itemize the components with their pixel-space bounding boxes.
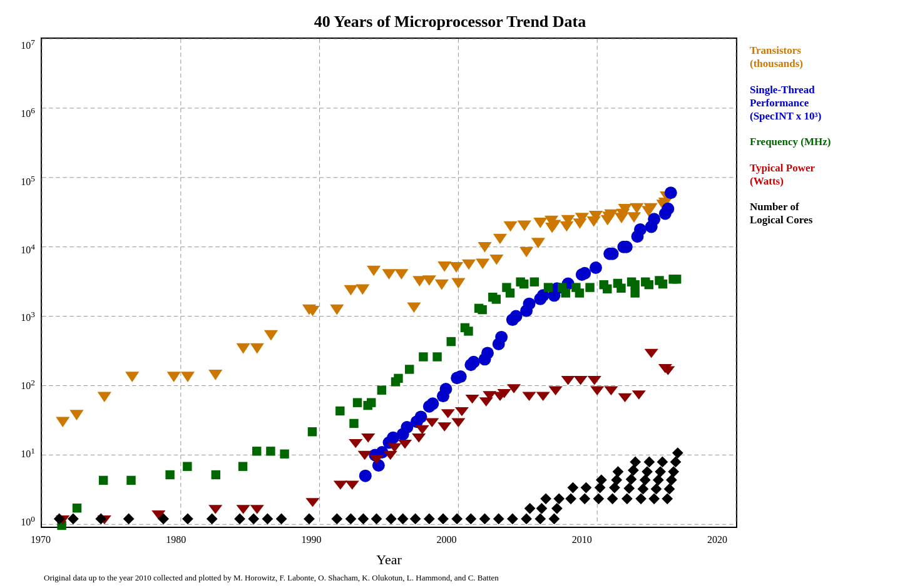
legend-transistors: Transistors(thousands): [750, 44, 894, 71]
power-point: [334, 480, 347, 489]
cores-point: [596, 474, 607, 485]
plot-svg: [42, 39, 736, 524]
power-point: [237, 505, 250, 514]
perf-point: [481, 347, 494, 359]
cores-point: [664, 484, 675, 495]
power-point: [455, 407, 469, 416]
power-point: [437, 422, 451, 431]
freq-point: [419, 352, 427, 361]
power-point: [305, 498, 319, 507]
transistor-point: [519, 247, 533, 258]
transistor-point: [476, 259, 489, 270]
chart-title: 40 Years of Microprocessor Trend Data: [314, 13, 586, 31]
cores-point: [549, 514, 560, 525]
legend-performance-label: Single-ThreadPerformance(SpecINT x 10³): [750, 83, 894, 123]
power-point: [416, 425, 429, 434]
cores-point: [410, 514, 421, 525]
freq-point: [544, 283, 553, 291]
transistor-point: [250, 343, 264, 354]
power-point: [604, 387, 618, 395]
freq-point: [616, 283, 625, 292]
plot-container: [41, 38, 737, 528]
plot-wrapper: 107 106 105 104 103 102 101 100 1970: [41, 38, 737, 528]
power-point: [208, 505, 222, 514]
power-point: [549, 387, 563, 395]
x-tick-2010: 2010: [572, 534, 592, 545]
cores-point: [672, 447, 683, 459]
cores-point: [657, 457, 668, 468]
cores-point: [635, 493, 647, 504]
cores-point: [536, 503, 548, 514]
freq-point: [630, 280, 639, 289]
legend-cores: Number ofLogical Cores: [750, 200, 894, 227]
transistor-point: [56, 417, 69, 427]
power-point: [590, 387, 604, 395]
freq-point: [126, 476, 135, 485]
power-point: [536, 392, 550, 400]
power-point: [412, 433, 426, 442]
cores-point: [437, 514, 449, 525]
transistor-point: [344, 285, 357, 296]
cores-point: [565, 493, 576, 504]
transistor-point: [394, 269, 408, 280]
freq-point: [519, 280, 528, 288]
cores-point: [540, 493, 551, 504]
cores-point: [628, 465, 639, 476]
power-point: [588, 376, 601, 385]
y-tick-7: 107: [21, 38, 39, 51]
cores-point: [234, 514, 245, 525]
perf-point: [415, 410, 427, 423]
cores-point: [621, 493, 633, 504]
freq-point: [165, 470, 174, 479]
power-point: [645, 349, 658, 358]
freq-point: [367, 398, 376, 407]
cores-point: [651, 484, 662, 495]
transistor-point: [330, 305, 344, 315]
cores-point: [331, 514, 342, 525]
transistor-point: [181, 372, 195, 382]
cores-point: [397, 514, 409, 525]
freq-point: [464, 327, 473, 335]
cores-point: [553, 493, 565, 504]
freq-point: [658, 280, 667, 288]
legend-frequency-label: Frequency (MHz): [750, 135, 894, 148]
perf-point: [359, 470, 372, 482]
transistor-point: [435, 280, 449, 290]
perf-point: [468, 356, 480, 368]
freq-point: [394, 374, 402, 383]
freq-point: [183, 462, 192, 470]
power-point: [573, 376, 587, 385]
power-point: [632, 390, 646, 399]
transistor-point: [208, 370, 222, 380]
cores-point: [593, 493, 605, 504]
plot-and-legend: 107 106 105 104 103 102 101 100 1970: [41, 38, 894, 528]
perf-point: [648, 213, 660, 225]
transistor-point: [382, 269, 396, 280]
cores-point: [655, 466, 666, 477]
cores-point: [613, 466, 624, 477]
cores-point: [626, 474, 637, 485]
perf-point: [426, 397, 439, 410]
cores-point: [182, 514, 193, 525]
legend-cores-label: Number ofLogical Cores: [750, 200, 894, 227]
freq-point: [266, 447, 275, 455]
cores-point: [521, 514, 532, 525]
cores-point: [534, 514, 546, 525]
cores-point: [262, 514, 274, 525]
perf-point: [578, 267, 591, 280]
freq-point: [645, 280, 653, 289]
legend-transistors-label: Transistors(thousands): [750, 44, 894, 71]
freq-point: [585, 283, 594, 291]
power-point: [479, 397, 493, 406]
power-point: [561, 376, 575, 385]
power-point: [618, 393, 632, 402]
perf-point: [495, 331, 508, 343]
transistor-point: [355, 285, 369, 295]
cores-point: [123, 514, 135, 525]
perf-point: [665, 186, 677, 199]
perf-point: [634, 223, 647, 236]
cores-point: [248, 514, 259, 525]
perf-point: [606, 248, 619, 260]
cores-point: [345, 514, 357, 525]
cores-point: [551, 503, 563, 514]
